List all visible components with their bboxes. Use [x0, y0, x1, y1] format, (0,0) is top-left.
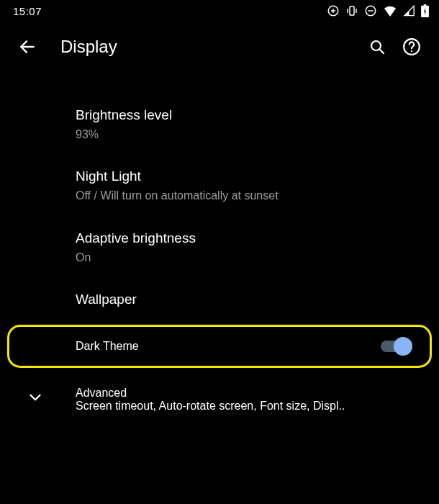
svg-rect-3 — [350, 6, 354, 15]
item-subtitle: On — [76, 251, 422, 266]
battery-charging-icon — [421, 4, 429, 17]
cellular-signal-icon — [403, 5, 415, 17]
do-not-disturb-icon — [364, 4, 377, 17]
wallpaper-item[interactable]: Wallpaper — [0, 278, 439, 322]
search-icon — [368, 38, 386, 55]
dark-theme-item[interactable]: Dark Theme — [7, 325, 432, 368]
item-title: Advanced — [76, 387, 422, 400]
arrow-back-icon — [18, 37, 37, 56]
back-button[interactable] — [10, 30, 45, 64]
item-title: Brightness level — [76, 107, 422, 125]
item-title: Dark Theme — [76, 340, 139, 353]
status-time: 15:07 — [13, 5, 42, 17]
item-subtitle: 93% — [76, 127, 422, 143]
status-bar: 15:07 — [0, 0, 439, 22]
adaptive-brightness-item[interactable]: Adaptive brightness On — [0, 217, 439, 278]
expand-more-icon — [26, 388, 45, 410]
night-light-item[interactable]: Night Light Off / Will turn on automatic… — [0, 155, 439, 216]
svg-line-12 — [379, 49, 384, 53]
item-subtitle: Off / Will turn on automatically at suns… — [76, 189, 422, 204]
dark-theme-toggle[interactable] — [381, 337, 412, 356]
add-alarm-icon — [327, 4, 340, 17]
help-icon — [402, 37, 421, 56]
svg-rect-9 — [424, 4, 427, 6]
status-icons — [327, 4, 429, 17]
brightness-level-item[interactable]: Brightness level 93% — [0, 94, 439, 155]
item-title: Night Light — [76, 168, 422, 186]
help-button[interactable] — [394, 30, 429, 64]
svg-point-14 — [411, 50, 412, 52]
app-bar: Display — [0, 22, 439, 72]
vibrate-icon — [345, 4, 358, 17]
search-button[interactable] — [360, 30, 394, 64]
settings-list: Brightness level 93% Night Light Off / W… — [0, 72, 439, 426]
switch-thumb — [394, 337, 412, 356]
item-subtitle: Screen timeout, Auto-rotate screen, Font… — [76, 400, 422, 413]
advanced-item[interactable]: Advanced Screen timeout, Auto-rotate scr… — [0, 371, 439, 426]
wifi-icon — [383, 5, 397, 17]
page-title: Display — [60, 37, 360, 57]
item-title: Adaptive brightness — [76, 230, 422, 248]
item-title: Wallpaper — [76, 291, 422, 309]
